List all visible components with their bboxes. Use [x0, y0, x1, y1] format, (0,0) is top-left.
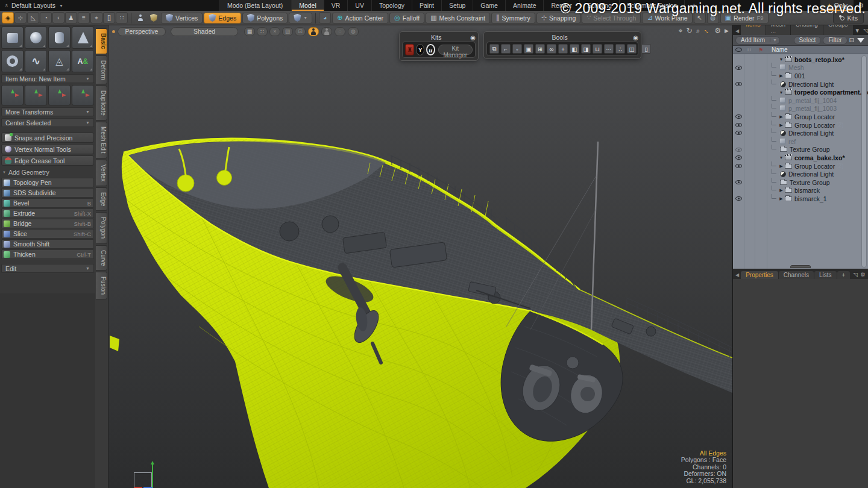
tree-row[interactable]: ▶ bismarck_1 — [733, 195, 868, 203]
collapse-arrow-icon[interactable]: ◀ — [734, 28, 740, 35]
visibility-eye-icon[interactable] — [735, 66, 742, 70]
transform-move-button[interactable] — [1, 85, 24, 105]
component-mode-button[interactable]: Vertices — [161, 13, 203, 23]
tree-row[interactable]: ▼ torpedo compartment.lxo* — [733, 88, 868, 96]
maximize-icon[interactable]: ↔ — [702, 25, 712, 36]
bool-operation-icon[interactable]: ◫ — [627, 44, 637, 54]
viewport-toggle-icon[interactable]: ▨ — [282, 27, 293, 36]
chevron-down-icon[interactable]: ▼ — [855, 27, 860, 34]
toolbar-icon-button[interactable]: ♟ — [65, 12, 77, 23]
layout-tab[interactable]: Scripting — [579, 0, 619, 11]
layouts-menu[interactable]: « Default Layouts ▼ — [0, 0, 68, 11]
geometry-tool-button[interactable]: Bridge Shift-B — [1, 219, 94, 228]
tree-row[interactable]: ▼ boots_retop.lxo* — [733, 55, 868, 64]
toolbar-action-button[interactable]: ◎ Falloff — [389, 13, 424, 23]
viewport-toggle-icon[interactable]: ▦ — [244, 27, 255, 36]
visibility-eye-icon[interactable] — [735, 196, 742, 201]
palette-options-icon[interactable]: ◉ — [470, 34, 476, 41]
text-primitive-button[interactable]: A& — [72, 50, 94, 72]
tree-row[interactable]: Texture Group — [733, 178, 868, 187]
toolbar-icon-button[interactable]: [] — [103, 12, 115, 23]
tool-category-tab[interactable]: Mesh Edit — [96, 122, 107, 158]
globe-icon[interactable]: ◍ — [707, 12, 719, 23]
tree-row[interactable]: ▶ Group Locator — [733, 113, 868, 121]
visibility-eye-icon[interactable] — [735, 82, 742, 86]
geometry-tool-button[interactable]: Slice Shift-C — [1, 229, 94, 239]
bool-operation-icon[interactable]: + — [558, 44, 568, 54]
cursor-arrow-icon[interactable]: ↖ — [694, 12, 706, 23]
toolbar-icon-button[interactable]: ‹ — [52, 12, 64, 23]
layout-tab[interactable]: Setup — [441, 0, 473, 11]
properties-panel-tab[interactable]: + — [837, 271, 851, 279]
palette-options-icon[interactable]: ◉ — [633, 34, 638, 41]
tree-row[interactable]: ▶ bismarck — [733, 187, 868, 195]
zoom-icon[interactable]: ⌕ — [696, 27, 700, 35]
layout-tab[interactable]: Render — [543, 0, 579, 11]
bool-operation-icon[interactable]: ⋯ — [604, 44, 614, 54]
sphere-gizmo-icon[interactable]: ◕ — [319, 12, 331, 23]
layout-tab[interactable]: Game — [473, 0, 505, 11]
toolbar-icon-button[interactable]: ◈ — [2, 12, 14, 23]
add-item-button[interactable]: Add Item ▼ — [735, 36, 780, 45]
kits-button[interactable]: Kits — [833, 13, 864, 23]
viewport-gear-icon[interactable]: ⚙ — [714, 27, 721, 35]
geometry-tool-button[interactable]: Bevel B — [1, 198, 94, 208]
bool-operation-icon[interactable]: ▯ — [641, 44, 651, 54]
viewport-toggle-icon[interactable]: ∷ — [257, 27, 268, 36]
filter-funnel-icon[interactable] — [857, 38, 864, 43]
visibility-eye-icon[interactable] — [735, 180, 742, 184]
camera-dropdown[interactable]: Perspective — [118, 27, 166, 36]
sidebar-tool-button[interactable]: Edge Crease Tool — [1, 155, 94, 166]
geometry-tool-button[interactable]: Thicken Ctrl-T — [1, 249, 94, 259]
tree-row[interactable]: ▶ 001 — [733, 72, 868, 80]
disclosure-triangle-icon[interactable]: ▶ — [778, 188, 784, 193]
mode-dropdown-button[interactable]: ▼ — [289, 13, 312, 23]
toolbar-action-button[interactable]: ⊹ Snapping — [536, 13, 581, 23]
properties-panel-tab[interactable]: Lists — [814, 271, 837, 279]
toolbar-icon-button[interactable]: ⊹ — [14, 12, 27, 23]
tool-category-tab[interactable]: Duplicate — [96, 86, 107, 120]
items-shield-icon[interactable] — [148, 12, 160, 23]
disclosure-triangle-icon[interactable]: ▶ — [778, 196, 784, 201]
tool-category-tab[interactable]: Basic — [96, 28, 107, 54]
toolbar-icon-button[interactable]: ∷ — [116, 12, 128, 23]
visibility-eye-icon[interactable] — [735, 123, 742, 127]
bool-operation-icon[interactable]: ∴ — [615, 44, 625, 54]
transform-scale-button[interactable] — [48, 85, 71, 105]
layout-tab[interactable]: VR — [324, 0, 348, 11]
transform-axis-button[interactable] — [72, 85, 94, 105]
bool-operation-icon[interactable]: ⊔ — [593, 44, 602, 54]
panel-gear-icon[interactable]: ⚙ — [860, 271, 866, 278]
onion-skin-icon[interactable]: ◌ — [335, 27, 345, 36]
layout-tab[interactable]: Animate — [505, 0, 544, 11]
tree-row[interactable]: Mesh — [733, 64, 868, 72]
visibility-eye-icon[interactable] — [735, 114, 742, 119]
geometry-tool-button[interactable]: Extrude Shift-X — [1, 208, 94, 218]
shading-dropdown[interactable]: Shaded — [171, 27, 238, 36]
ghost-mode-icon[interactable] — [308, 27, 319, 36]
layout-tab[interactable]: + — [684, 0, 703, 11]
expand-panel-icon[interactable]: ◹ — [853, 271, 857, 278]
disclosure-triangle-icon[interactable]: ▶ — [778, 164, 784, 169]
helix-primitive-button[interactable]: ∿ — [25, 50, 47, 72]
layout-tab[interactable]: Paint — [412, 0, 441, 11]
panel-resize-grip[interactable] — [790, 265, 811, 268]
viewport-toggle-icon[interactable]: ⊡ — [295, 27, 306, 36]
properties-panel-tab[interactable]: Channels — [779, 271, 814, 279]
gear-icon[interactable]: ⚙ — [854, 0, 868, 11]
disclosure-triangle-icon[interactable]: ▼ — [778, 57, 784, 61]
visibility-eye-icon[interactable] — [735, 148, 742, 152]
bool-operation-icon[interactable]: ▫ — [512, 44, 522, 54]
toolbar-action-button[interactable]: ∥ Symmetry — [491, 13, 535, 23]
geometry-tool-button[interactable]: Topology Pen — [1, 178, 94, 187]
only-toggle-button[interactable]: ★ Only — [820, 0, 854, 11]
layout-tab[interactable]: Topology — [371, 0, 412, 11]
layout-tab[interactable]: UV — [347, 0, 371, 11]
center-selected-dropdown[interactable]: Center Selected ▼ — [1, 118, 94, 127]
disclosure-triangle-icon[interactable]: ▼ — [778, 90, 784, 95]
tree-row[interactable]: p_metal_fij_1003 — [733, 105, 868, 113]
tree-row[interactable]: Directional Light — [733, 170, 868, 178]
bool-operation-icon[interactable]: ∞ — [547, 44, 556, 54]
unreal-kit-icon[interactable]: u — [426, 44, 435, 55]
tool-category-tab[interactable]: Edge — [96, 187, 107, 211]
